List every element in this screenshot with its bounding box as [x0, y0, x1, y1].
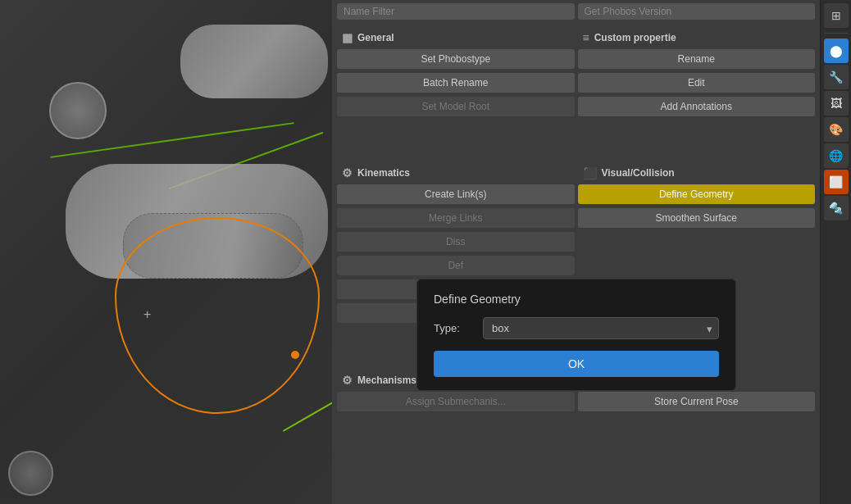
- edit-button[interactable]: Edit: [578, 73, 816, 93]
- object-origin-dot: [291, 351, 299, 359]
- batch-rename-button[interactable]: Batch Rename: [337, 73, 575, 93]
- mechanisms-icon: ⚙: [342, 374, 353, 387]
- layout-icon-button[interactable]: ⊞: [824, 3, 849, 28]
- general-icon: ▦: [342, 31, 353, 44]
- kinematics-icon: ⚙: [342, 166, 353, 179]
- mechanisms-label: Mechanisms: [357, 375, 416, 386]
- store-current-pose-button[interactable]: Store Current Pose: [578, 392, 816, 411]
- create-links-button[interactable]: Create Link(s): [337, 184, 575, 204]
- kinematics-label: Kinematics: [357, 167, 410, 179]
- smoothen-surface-button[interactable]: Smoothen Surface: [578, 208, 816, 228]
- wrench-icon-button[interactable]: 🔩: [824, 196, 849, 220]
- custom-props-icon: ≡: [583, 31, 589, 44]
- object-top-cylinder: [180, 25, 328, 98]
- merge-links-button[interactable]: Merge Links: [337, 208, 575, 228]
- dialog-title: Define Geometry: [434, 293, 719, 306]
- right-panel: ▦ General Set Phobostype Batch Rename Se…: [332, 0, 820, 504]
- object-cross: [142, 311, 158, 328]
- name-filter-input[interactable]: [337, 3, 575, 20]
- assign-submechanism-button[interactable]: Assign Submechanis...: [337, 392, 575, 411]
- version-filter-input[interactable]: [578, 3, 816, 20]
- custom-properties-label: Custom propertie: [594, 32, 676, 43]
- visual-collision-header: ⬛ Visual/Collision: [578, 163, 816, 183]
- set-phobostype-button[interactable]: Set Phobostype: [337, 49, 575, 69]
- dialog-type-row: Type: box sphere cylinder mesh ▾: [434, 317, 719, 339]
- type-select[interactable]: box sphere cylinder mesh: [483, 317, 719, 339]
- select-icon-button[interactable]: ⬜: [824, 170, 849, 194]
- vertical-toolbar: ⊞ ⬤ 🔧 🖼 🎨 🌐 ⬜ 🔩: [820, 0, 851, 504]
- general-header: ▦ General: [337, 28, 575, 48]
- dissolve-button[interactable]: Diss: [337, 232, 575, 252]
- kinematics-header: ⚙ Kinematics: [337, 163, 575, 183]
- general-section: ▦ General Set Phobostype Batch Rename Se…: [337, 28, 575, 160]
- define-button[interactable]: Def: [337, 256, 575, 275]
- top-name-bar: [332, 0, 820, 23]
- sections-area: ▦ General Set Phobostype Batch Rename Se…: [332, 23, 820, 504]
- type-select-wrapper: box sphere cylinder mesh ▾: [483, 317, 719, 339]
- visual-collision-label: Visual/Collision: [602, 167, 675, 179]
- object-wheel: [49, 82, 107, 139]
- visual-icon: ⬛: [583, 166, 597, 179]
- set-model-root-button[interactable]: Set Model Root: [337, 97, 575, 116]
- custom-properties-header: ≡ Custom propertie: [578, 28, 816, 48]
- globe-icon-button[interactable]: 🌐: [824, 143, 849, 168]
- type-label: Type:: [434, 322, 475, 334]
- viewport-3d: [0, 0, 332, 504]
- rename-button[interactable]: Rename: [578, 49, 816, 69]
- image-icon-button[interactable]: 🖼: [824, 91, 849, 116]
- define-geometry-button[interactable]: Define Geometry: [578, 184, 816, 204]
- custom-properties-section: ≡ Custom propertie Rename Edit Add Annot…: [578, 28, 816, 160]
- camera-icon-button[interactable]: 🔧: [824, 65, 849, 89]
- object-bottom-wheel: [8, 451, 53, 496]
- toolbar-divider-1: [824, 33, 849, 34]
- tools-icon-button[interactable]: ⬤: [824, 39, 849, 63]
- general-label: General: [357, 32, 394, 43]
- paint-icon-button[interactable]: 🎨: [824, 117, 849, 142]
- ok-button[interactable]: OK: [434, 351, 719, 377]
- add-annotations-button[interactable]: Add Annotations: [578, 97, 816, 116]
- define-geometry-dialog[interactable]: Define Geometry Type: box sphere cylinde…: [416, 279, 736, 391]
